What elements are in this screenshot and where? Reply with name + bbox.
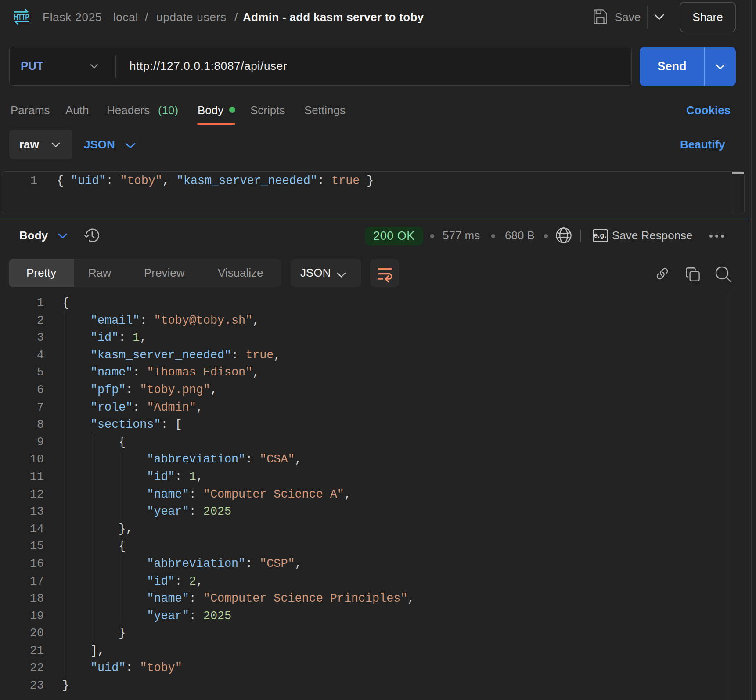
svg-text:HTTP: HTTP bbox=[14, 13, 29, 22]
